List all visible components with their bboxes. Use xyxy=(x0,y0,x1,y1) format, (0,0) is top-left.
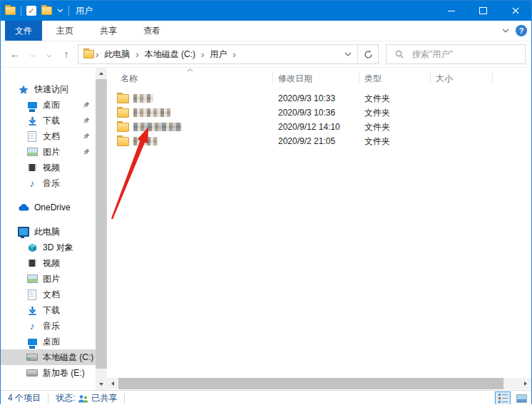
column-header-name[interactable]: 名称 xyxy=(107,72,273,85)
minimize-icon xyxy=(448,11,455,11)
forward-button[interactable]: → xyxy=(24,48,41,60)
breadcrumb-local-disk-c[interactable]: 本地磁盘 (C:) xyxy=(140,48,200,61)
titlebar-separator xyxy=(21,6,21,16)
scroll-up-button[interactable] xyxy=(96,68,107,79)
sidebar-item-pc-music[interactable]: ♪ 音乐 xyxy=(1,318,96,334)
folder-icon xyxy=(117,137,129,146)
tab-view[interactable]: 查看 xyxy=(131,21,173,41)
sidebar-item-pc-desktop[interactable]: 桌面 xyxy=(1,334,96,349)
file-row[interactable]: 2020/9/2 21:05 文件夹 xyxy=(107,134,531,148)
music-icon: ♪ xyxy=(26,179,38,188)
search-input[interactable] xyxy=(411,48,521,60)
horizontal-scrollbar[interactable] xyxy=(107,378,531,389)
sidebar-vertical-scrollbar[interactable] xyxy=(96,68,107,390)
new-folder-quick-access-icon[interactable] xyxy=(41,6,52,15)
refresh-button[interactable] xyxy=(357,45,378,63)
scroll-down-button[interactable] xyxy=(96,379,107,390)
main-area: 快速访问 桌面 下载 文档 xyxy=(1,67,531,390)
file-row[interactable]: 2020/9/3 10:33 文件夹 xyxy=(107,91,531,106)
back-button[interactable]: ← xyxy=(6,48,24,60)
pictures-icon xyxy=(26,148,38,156)
shared-people-icon xyxy=(78,394,88,403)
status-bar: 4 个项目 状态: 已共享 xyxy=(1,390,531,406)
folder-icon xyxy=(117,108,129,118)
column-header-type[interactable]: 类型 xyxy=(359,72,431,85)
pin-icon xyxy=(83,148,90,155)
document-icon xyxy=(26,131,38,142)
search-box[interactable] xyxy=(386,44,526,64)
sidebar-item-new-volume-e[interactable]: 新加卷 (E:) xyxy=(1,365,96,381)
file-row-arrow-target[interactable]: 2020/9/12 14:10 文件夹 xyxy=(107,120,531,134)
scroll-right-icon xyxy=(524,381,527,386)
sidebar-item-videos[interactable]: 视频 xyxy=(1,160,96,175)
sidebar-item-pc-videos[interactable]: 视频 xyxy=(1,255,96,271)
details-view-button[interactable] xyxy=(495,391,511,406)
breadcrumb-separator-icon: › xyxy=(200,49,205,60)
redacted-folder-name xyxy=(133,108,170,117)
sidebar-item-quick-access[interactable]: 快速访问 xyxy=(1,81,96,97)
folder-icon xyxy=(117,94,129,103)
tab-home[interactable]: 主页 xyxy=(44,21,86,41)
scroll-down-icon xyxy=(99,383,103,386)
titlebar-separator xyxy=(68,6,69,16)
folder-icon xyxy=(117,123,129,132)
scrollbar-thumb[interactable] xyxy=(118,378,503,389)
sidebar-item-3d-objects[interactable]: 3D 对象 xyxy=(1,240,96,255)
title-bar: ✓ 用户 xyxy=(1,1,531,21)
file-row[interactable]: 2020/9/3 10:36 文件夹 xyxy=(107,106,531,120)
video-icon xyxy=(26,164,38,171)
address-bar[interactable]: › 此电脑 › 本地磁盘 (C:) › 用户 › xyxy=(78,44,379,64)
scroll-left-button[interactable] xyxy=(107,378,118,389)
disk-drive-icon xyxy=(26,369,38,376)
recent-locations-chevron-icon[interactable] xyxy=(41,48,58,60)
close-icon xyxy=(512,7,519,14)
sidebar-item-desktop[interactable]: 桌面 xyxy=(1,97,96,113)
maximize-button[interactable] xyxy=(467,1,499,21)
file-type: 文件夹 xyxy=(359,107,431,119)
minimize-button[interactable] xyxy=(435,1,467,21)
sort-ascending-icon xyxy=(187,68,193,72)
breadcrumb-this-pc[interactable]: 此电脑 xyxy=(100,48,134,61)
column-header-date-modified[interactable]: 修改日期 xyxy=(273,72,359,85)
scroll-left-icon xyxy=(111,381,114,386)
file-type: 文件夹 xyxy=(359,121,431,133)
up-button[interactable]: ↑ xyxy=(58,48,75,60)
breadcrumb-separator-icon: › xyxy=(231,49,237,60)
ribbon-tab-bar: 文件 主页 共享 查看 ? xyxy=(1,21,531,41)
sidebar-item-pc-downloads[interactable]: 下载 xyxy=(1,302,96,318)
file-list-pane: 名称 修改日期 类型 大小 2020/9/3 10:33 文件夹 2020/9/… xyxy=(107,68,531,390)
redacted-folder-name xyxy=(133,123,182,131)
video-icon xyxy=(26,260,38,267)
sidebar-item-pc-pictures[interactable]: 图片 xyxy=(1,271,96,287)
customize-qat-chevron-icon[interactable] xyxy=(57,9,63,13)
column-header-size[interactable]: 大小 xyxy=(431,72,493,85)
properties-quick-access-icon[interactable]: ✓ xyxy=(26,6,36,16)
scroll-right-button[interactable] xyxy=(520,378,531,389)
sidebar-item-documents[interactable]: 文档 xyxy=(1,128,96,144)
sidebar-item-pc-documents[interactable]: 文档 xyxy=(1,287,96,302)
address-dropdown-chevron-icon[interactable] xyxy=(339,52,357,56)
sidebar-item-local-disk-c[interactable]: 本地磁盘 (C:) xyxy=(1,349,96,365)
pin-icon xyxy=(83,101,90,108)
download-icon xyxy=(26,116,38,125)
sidebar-item-this-pc[interactable]: 此电脑 xyxy=(1,224,96,240)
address-folder-icon xyxy=(83,50,94,58)
help-button[interactable]: ? xyxy=(516,25,527,36)
collapse-ribbon-chevron-icon[interactable] xyxy=(502,29,509,33)
tab-share[interactable]: 共享 xyxy=(88,21,129,41)
tab-file[interactable]: 文件 xyxy=(5,21,42,41)
sidebar-item-pictures[interactable]: 图片 xyxy=(1,144,96,160)
breadcrumb-users[interactable]: 用户 xyxy=(205,48,231,61)
statusbar-separator xyxy=(124,394,125,404)
close-button[interactable] xyxy=(499,1,531,21)
sidebar-item-downloads[interactable]: 下载 xyxy=(1,113,96,128)
item-count: 4 个项目 xyxy=(1,392,48,404)
file-type: 文件夹 xyxy=(359,135,431,148)
explorer-window: ✓ 用户 文件 主页 共享 查看 ? xyxy=(0,0,532,404)
sidebar-item-music[interactable]: ♪ 音乐 xyxy=(1,175,96,191)
thumbnails-view-button[interactable] xyxy=(513,391,529,406)
scrollbar-thumb[interactable] xyxy=(96,79,107,369)
sidebar-item-onedrive[interactable]: OneDrive xyxy=(1,200,96,215)
pin-icon xyxy=(83,133,90,140)
scroll-up-icon xyxy=(99,72,103,75)
